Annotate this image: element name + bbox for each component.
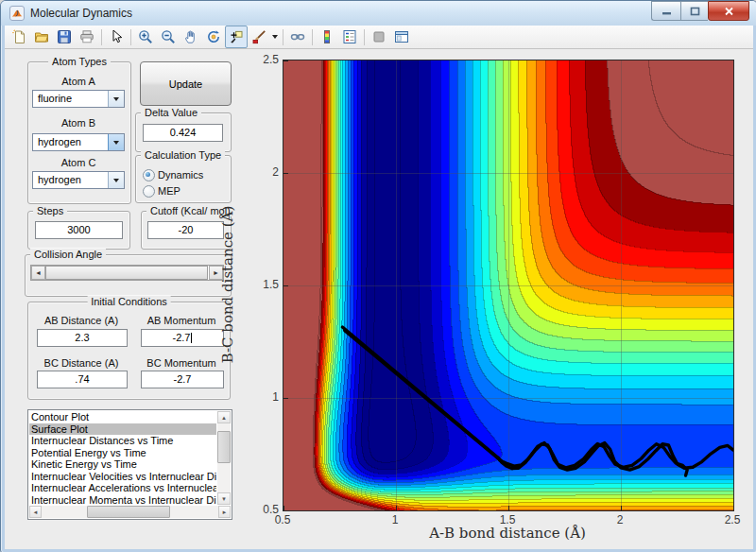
y-tick-label: 2 (252, 165, 279, 179)
list-item[interactable]: Potential Energy vs Time (29, 447, 216, 459)
open-folder-icon[interactable] (30, 26, 53, 48)
list-item-selected[interactable]: Surface Plot (29, 423, 216, 436)
restore-button[interactable] (680, 1, 708, 21)
chevron-down-icon[interactable] (108, 172, 124, 188)
data-cursor-icon[interactable] (225, 26, 248, 48)
atom-c-value: hydrogen (33, 172, 108, 188)
toolbar-separator (312, 29, 313, 45)
y-tick-label: 1 (252, 390, 279, 404)
zoom-out-icon[interactable] (157, 26, 180, 48)
vertical-scroll-thumb[interactable] (217, 431, 231, 463)
atom-a-label: Atom A (27, 76, 129, 87)
chevron-down-icon[interactable] (108, 134, 124, 150)
rotate-3d-icon[interactable] (202, 26, 225, 48)
brush-icon[interactable] (248, 26, 270, 48)
atom-b-dropdown[interactable]: hydrogen (32, 133, 125, 151)
hide-plot-tools-icon[interactable] (368, 26, 390, 48)
scroll-left-arrow[interactable]: ◄ (29, 506, 42, 518)
atom-a-value: fluorine (33, 91, 108, 107)
delta-value-field[interactable]: 0.424 (143, 124, 223, 142)
atom-c-label: Atom C (27, 157, 129, 168)
list-item[interactable]: Internuclear Momenta vs Internuclear Dis… (29, 494, 216, 507)
colorbar-icon[interactable] (316, 26, 338, 48)
ab-distance-label: AB Distance (A) (37, 315, 126, 326)
toolbar-separator (101, 29, 102, 45)
list-item[interactable]: Internuclear Distances vs Time (29, 435, 216, 447)
matlab-app-icon (9, 6, 25, 21)
ab-momentum-field[interactable]: -2.7 (141, 329, 224, 347)
steps-field[interactable]: 3000 (35, 221, 123, 239)
horizontal-scroll-thumb[interactable] (87, 506, 170, 518)
figure-toolbar (5, 26, 753, 49)
close-button[interactable] (708, 1, 749, 21)
show-plot-tools-icon[interactable] (390, 26, 413, 48)
scroll-down-arrow[interactable]: ▼ (217, 492, 231, 505)
cutoff-field[interactable]: -20 (147, 221, 224, 239)
mep-radio-label: MEP (158, 185, 180, 197)
bc-momentum-field[interactable]: -2.7 (141, 371, 224, 388)
x-axis-label: A-B bond distance (Å) (394, 525, 621, 542)
panel-title: Calculation Type (141, 149, 225, 161)
panel-title: Collision Angle (30, 249, 106, 260)
vertical-scrollbar[interactable]: ▲ ▼ (217, 411, 231, 505)
pointer-icon[interactable] (105, 26, 128, 48)
panel-title: Initial Conditions (87, 296, 171, 307)
print-icon[interactable] (76, 26, 98, 48)
title-bar[interactable]: Molecular Dynamics (1, 1, 756, 26)
pan-hand-icon[interactable] (180, 26, 202, 48)
list-item[interactable]: Kinetic Energy vs Time (29, 458, 216, 471)
slider-thumb[interactable] (45, 266, 208, 280)
atom-c-dropdown[interactable]: hydrogen (32, 171, 125, 189)
legend-icon[interactable] (338, 26, 361, 48)
plot-type-listbox[interactable]: Contour Plot Surface Plot Internuclear D… (27, 409, 232, 520)
dynamics-radio-label: Dynamics (158, 169, 203, 181)
figure-client-area: Atom Types Atom A fluorine Atom B hydrog… (5, 26, 753, 549)
list-item[interactable]: Internuclear Velocities vs Internuclear … (29, 471, 216, 483)
app-window: Molecular Dynamics (0, 0, 756, 552)
scroll-right-arrow[interactable]: ► (218, 506, 231, 518)
atom-b-label: Atom B (27, 117, 129, 129)
toolbar-separator (364, 29, 365, 45)
list-item[interactable]: Contour Plot (29, 411, 216, 423)
y-tick-label: 1.5 (252, 278, 279, 291)
y-tick-label: 0.5 (252, 503, 279, 516)
y-tick-label: 2.5 (252, 53, 279, 66)
new-file-icon[interactable] (8, 26, 30, 48)
ab-momentum-label: AB Momentum (141, 315, 222, 326)
panel-title: Delta Value (141, 107, 201, 118)
scroll-up-arrow[interactable]: ▲ (217, 411, 231, 423)
dynamics-radio[interactable] (143, 169, 155, 181)
toolbar-separator (283, 29, 284, 45)
mep-radio[interactable] (143, 185, 155, 198)
save-icon[interactable] (53, 26, 76, 48)
panel-title: Atom Types (48, 56, 111, 67)
zoom-in-icon[interactable] (134, 26, 157, 48)
link-plot-icon[interactable] (286, 26, 309, 48)
toolbar-separator (130, 29, 131, 45)
slider-left-arrow[interactable]: ◄ (31, 266, 45, 280)
chevron-down-icon[interactable] (108, 91, 124, 107)
ab-distance-field[interactable]: 2.3 (37, 329, 128, 347)
window-title: Molecular Dynamics (30, 7, 132, 20)
minimize-button[interactable] (651, 1, 680, 21)
collision-angle-slider[interactable]: ◄ ► (30, 265, 224, 281)
brush-dropdown-caret[interactable] (270, 26, 280, 47)
atom-a-dropdown[interactable]: fluorine (32, 90, 125, 108)
x-tick-label: 2.5 (713, 513, 751, 526)
atom-b-value: hydrogen (33, 134, 108, 150)
bc-distance-field[interactable]: .74 (37, 371, 128, 388)
contour-plot-axes[interactable] (283, 60, 734, 511)
text-caret (191, 333, 192, 343)
y-axis-label: B-C bond distance (Å) (219, 206, 236, 364)
bc-momentum-label: BC Momentum (141, 357, 222, 369)
horizontal-scrollbar[interactable]: ◄ ► (29, 506, 231, 518)
bc-distance-label: BC Distance (A) (37, 357, 126, 369)
panel-title: Steps (33, 205, 67, 216)
list-item[interactable]: Internuclear Accelerations vs Internucle… (29, 482, 216, 494)
update-button[interactable]: Update (140, 61, 232, 106)
